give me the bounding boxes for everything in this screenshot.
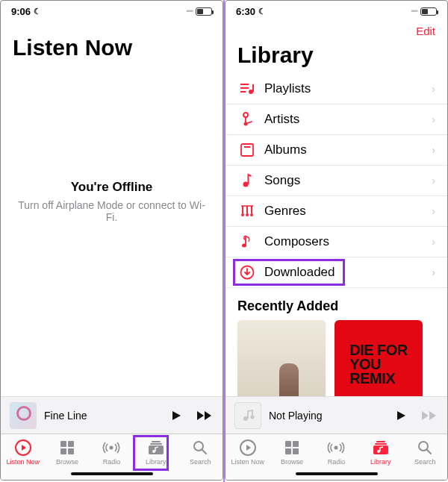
recently-added-heading: Recently Added bbox=[225, 288, 447, 320]
svg-point-38 bbox=[419, 442, 428, 451]
play-icon[interactable] bbox=[395, 410, 407, 422]
library-icon bbox=[373, 439, 389, 457]
svg-rect-18 bbox=[241, 144, 253, 156]
library-row-albums[interactable]: Albums › bbox=[225, 135, 447, 166]
page-title: Listen Now bbox=[13, 35, 132, 60]
search-icon bbox=[193, 439, 208, 457]
chevron-right-icon: › bbox=[432, 266, 435, 278]
home-indicator[interactable] bbox=[71, 472, 153, 475]
recently-added-row: DIE FOR YOU REMIX bbox=[225, 320, 447, 396]
tab-library[interactable]: Library bbox=[135, 439, 177, 466]
chevron-right-icon: › bbox=[432, 83, 435, 95]
chevron-right-icon: › bbox=[432, 236, 435, 248]
svg-rect-29 bbox=[285, 441, 291, 447]
tab-browse[interactable]: Browse bbox=[271, 439, 313, 466]
library-row-playlists[interactable]: Playlists › bbox=[225, 74, 447, 104]
library-row-artists[interactable]: Artists › bbox=[225, 104, 447, 135]
radio-icon bbox=[327, 439, 345, 457]
svg-rect-32 bbox=[293, 448, 299, 454]
svg-point-17 bbox=[244, 122, 248, 126]
status-bar: 6:30 ☾ •••• bbox=[225, 1, 447, 22]
library-list: Playlists › Artists › Albums › bbox=[225, 74, 447, 288]
chevron-right-icon: › bbox=[432, 113, 435, 125]
artists-icon bbox=[237, 112, 257, 127]
battery-icon bbox=[420, 7, 437, 16]
tab-listen-now[interactable]: Listen Now bbox=[227, 439, 269, 466]
status-time: 6:30 bbox=[236, 6, 255, 17]
now-playing-title: Fine Line bbox=[44, 410, 163, 422]
svg-rect-6 bbox=[152, 441, 161, 442]
svg-point-33 bbox=[335, 446, 338, 450]
svg-rect-2 bbox=[68, 441, 74, 447]
downloaded-icon bbox=[237, 265, 257, 280]
now-playing-artwork[interactable] bbox=[10, 402, 37, 429]
svg-line-11 bbox=[202, 450, 206, 454]
edit-button[interactable]: Edit bbox=[416, 25, 435, 37]
tab-library[interactable]: Library bbox=[360, 439, 402, 466]
play-circle-icon bbox=[15, 439, 31, 457]
svg-rect-4 bbox=[68, 448, 74, 454]
svg-rect-19 bbox=[244, 146, 250, 148]
now-playing-bar[interactable]: Not Playing bbox=[225, 396, 447, 434]
status-bar: 9:06 ☾ •••• bbox=[1, 1, 223, 22]
tab-search[interactable]: Search bbox=[179, 439, 221, 466]
forward-icon[interactable] bbox=[420, 410, 438, 422]
offline-subtext: Turn off Airplane Mode or connect to Wi-… bbox=[16, 199, 208, 223]
search-icon bbox=[417, 439, 432, 457]
svg-rect-7 bbox=[150, 443, 162, 445]
grid-icon bbox=[284, 439, 299, 457]
svg-point-23 bbox=[250, 213, 253, 216]
genres-icon bbox=[237, 204, 257, 218]
svg-point-10 bbox=[194, 442, 203, 451]
svg-point-20 bbox=[243, 182, 249, 187]
dnd-moon-icon: ☾ bbox=[34, 7, 41, 16]
svg-point-21 bbox=[241, 213, 244, 216]
album-red-text: DIE FOR YOU REMIX bbox=[345, 339, 412, 390]
now-playing-title: Not Playing bbox=[269, 410, 388, 422]
tab-radio[interactable]: Radio bbox=[90, 439, 132, 466]
offline-message: You're Offline Turn off Airplane Mode or… bbox=[1, 66, 223, 366]
albums-icon bbox=[237, 143, 257, 157]
svg-rect-34 bbox=[376, 441, 385, 442]
svg-rect-31 bbox=[285, 448, 291, 454]
library-row-downloaded[interactable]: Downloaded › bbox=[225, 257, 447, 288]
tab-search[interactable]: Search bbox=[404, 439, 446, 466]
forward-icon[interactable] bbox=[196, 410, 214, 422]
status-time: 9:06 bbox=[11, 6, 31, 17]
offline-heading: You're Offline bbox=[71, 180, 153, 195]
svg-point-5 bbox=[110, 446, 113, 450]
radio-icon bbox=[102, 439, 120, 457]
tab-bar: Listen Now Browse Radio Library bbox=[1, 434, 223, 480]
page-title: Library bbox=[237, 43, 314, 68]
album-art-2[interactable]: DIE FOR YOU REMIX bbox=[335, 320, 423, 396]
tab-browse[interactable]: Browse bbox=[46, 439, 88, 466]
library-row-genres[interactable]: Genres › bbox=[225, 196, 447, 227]
play-icon[interactable] bbox=[170, 410, 182, 422]
phone-library: 6:30 ☾ •••• Edit Library Playlists › bbox=[225, 0, 448, 481]
library-row-songs[interactable]: Songs › bbox=[225, 166, 447, 196]
now-playing-artwork[interactable] bbox=[234, 402, 261, 429]
svg-point-22 bbox=[246, 213, 249, 216]
svg-line-39 bbox=[427, 450, 431, 454]
chevron-right-icon: › bbox=[432, 205, 435, 217]
tab-bar: Listen Now Browse Radio Library bbox=[225, 434, 447, 480]
tab-radio[interactable]: Radio bbox=[315, 439, 357, 466]
svg-point-24 bbox=[242, 244, 246, 248]
now-playing-bar[interactable]: Fine Line bbox=[1, 396, 223, 434]
library-icon bbox=[148, 439, 164, 457]
tab-listen-now[interactable]: Listen Now bbox=[2, 439, 44, 466]
library-row-composers[interactable]: Composers › bbox=[225, 227, 447, 257]
svg-rect-8 bbox=[149, 445, 164, 454]
cell-signal-icon: •••• bbox=[411, 7, 417, 15]
chevron-right-icon: › bbox=[432, 144, 435, 156]
home-indicator[interactable] bbox=[296, 472, 378, 475]
svg-rect-36 bbox=[373, 445, 388, 454]
svg-rect-30 bbox=[293, 441, 299, 447]
battery-icon bbox=[196, 7, 212, 16]
svg-rect-1 bbox=[60, 441, 66, 447]
songs-icon bbox=[237, 173, 257, 188]
svg-point-27 bbox=[251, 415, 255, 419]
playlists-icon bbox=[237, 82, 257, 96]
album-art-1[interactable] bbox=[237, 320, 326, 396]
chevron-right-icon: › bbox=[432, 175, 435, 187]
